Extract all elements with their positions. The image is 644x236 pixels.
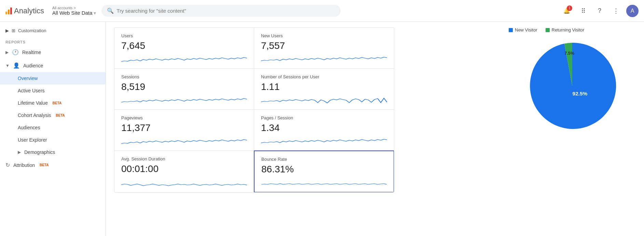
pageviews-value: 11,377 <box>121 122 247 133</box>
new-users-value: 7,557 <box>261 40 387 51</box>
legend-item-new-visitor: New Visitor <box>509 27 537 32</box>
breadcrumb-parent: All accounts > <box>52 6 96 10</box>
bounce-rate-value: 86.31% <box>261 164 387 175</box>
bounce-rate-label: Bounce Rate <box>261 157 387 162</box>
sidebar-item-realtime[interactable]: ▶ 🕐 Realtime <box>0 45 106 59</box>
logo-bars <box>5 8 12 14</box>
attribution-label: Attribution <box>13 162 35 168</box>
sessions-per-user-label: Number of Sessions per User <box>261 74 387 79</box>
pages-session-label: Pages / Session <box>261 115 387 120</box>
audience-expand-icon: ▼ <box>5 63 10 68</box>
sidebar-item-demographics[interactable]: ▶ Demographics <box>0 146 106 158</box>
lifetime-value-label: Lifetime Value <box>18 100 48 106</box>
users-value: 7,645 <box>121 40 247 51</box>
dropdown-arrow-icon[interactable]: ▾ <box>94 10 96 16</box>
app-title: Analytics <box>14 6 44 15</box>
metric-card-pageviews: Pageviews 11,377 <box>114 110 254 151</box>
realtime-label: Realtime <box>22 50 41 55</box>
metric-card-avg-session: Avg. Session Duration 00:01:00 <box>114 151 254 192</box>
sidebar-item-attribution[interactable]: ↻ Attribution BETA <box>0 158 106 172</box>
sidebar: ▶ ⊞ Customization REPORTS ▶ 🕐 Realtime ▼… <box>0 22 106 236</box>
logo-bar-1 <box>5 12 7 14</box>
help-button[interactable]: ? <box>593 5 606 17</box>
main-content: Users 7,645 New Users 7,557 <box>106 22 501 236</box>
realtime-expand-icon: ▶ <box>5 50 9 55</box>
pages-session-sparkline <box>261 136 387 146</box>
sessions-per-user-value: 1.11 <box>261 81 387 92</box>
expand-icon: ▶ <box>5 28 9 33</box>
returning-visitor-dot <box>546 28 550 32</box>
sessions-value: 8,519 <box>121 81 247 92</box>
metrics-grid: Users 7,645 New Users 7,557 <box>114 27 394 193</box>
breadcrumb: All accounts > All Web Site Data ▾ <box>52 6 96 16</box>
clock-icon: 🕐 <box>12 49 19 55</box>
returning-visitor-pct-label: 7.5% <box>564 51 574 56</box>
demographics-expand-icon: ▶ <box>18 150 21 155</box>
metric-card-users: Users 7,645 <box>114 28 254 69</box>
sidebar-item-active-users[interactable]: Active Users <box>0 84 106 97</box>
lifetime-value-beta-badge: BETA <box>53 101 61 105</box>
user-explorer-label: User Explorer <box>18 137 47 143</box>
new-visitor-label: New Visitor <box>515 27 537 32</box>
more-options-button[interactable]: ⋮ <box>610 5 622 17</box>
sidebar-item-overview[interactable]: Overview <box>0 72 106 84</box>
person-icon: 👤 <box>13 62 20 69</box>
logo-bar-3 <box>10 8 12 14</box>
metric-card-pages-session: Pages / Session 1.34 <box>254 110 394 151</box>
pie-chart-container: 92.5% 7.5% <box>509 38 636 134</box>
sidebar-item-cohort-analysis[interactable]: Cohort Analysis BETA <box>0 109 106 121</box>
header-actions: 🔔 1 ⠿ ? ⋮ A <box>561 5 639 17</box>
avg-session-value: 00:01:00 <box>121 163 247 174</box>
pageviews-label: Pageviews <box>121 115 247 120</box>
sidebar-item-audiences[interactable]: Audiences <box>0 121 106 134</box>
logo: Analytics <box>5 6 44 15</box>
new-visitor-pct-label: 92.5% <box>573 91 588 96</box>
returning-visitor-label: Returning Visitor <box>552 27 585 32</box>
audience-label: Audience <box>23 63 43 68</box>
metric-card-bounce-rate: Bounce Rate 86.31% <box>254 150 394 193</box>
bounce-rate-sparkline <box>261 178 387 188</box>
reports-section-label: REPORTS <box>0 37 106 45</box>
metric-card-sessions: Sessions 8,519 <box>114 69 254 110</box>
sidebar-item-customization[interactable]: ▶ ⊞ Customization <box>0 25 106 37</box>
audiences-label: Audiences <box>18 125 40 130</box>
pages-session-value: 1.34 <box>261 122 387 133</box>
account-name-label: All Web Site Data <box>52 10 92 16</box>
sessions-per-user-sparkline <box>261 95 387 105</box>
notification-badge: 1 <box>567 5 572 11</box>
new-users-sparkline <box>261 54 387 64</box>
sidebar-item-lifetime-value[interactable]: Lifetime Value BETA <box>0 97 106 109</box>
logo-bar-2 <box>8 10 10 14</box>
active-users-label: Active Users <box>18 88 45 93</box>
new-users-label: New Users <box>261 33 387 38</box>
metric-card-sessions-per-user: Number of Sessions per User 1.11 <box>254 69 394 110</box>
sidebar-item-audience[interactable]: ▼ 👤 Audience <box>0 59 106 72</box>
users-sparkline <box>121 54 247 64</box>
search-input[interactable] <box>117 8 335 14</box>
metric-card-new-users: New Users 7,557 <box>254 28 394 69</box>
search-icon: 🔍 <box>107 8 114 14</box>
pie-chart: 92.5% 7.5% <box>524 38 620 134</box>
avg-session-sparkline <box>121 177 247 187</box>
main-layout: ▶ ⊞ Customization REPORTS ▶ 🕐 Realtime ▼… <box>0 22 644 236</box>
search-bar[interactable]: 🔍 <box>101 5 341 17</box>
new-visitor-dot <box>509 28 513 32</box>
breadcrumb-current[interactable]: All Web Site Data ▾ <box>52 10 96 16</box>
chart-legend: New Visitor Returning Visitor <box>509 27 636 32</box>
users-label: Users <box>121 33 247 38</box>
legend-item-returning-visitor: Returning Visitor <box>546 27 585 32</box>
cohort-analysis-label: Cohort Analysis <box>18 113 51 118</box>
apps-button[interactable]: ⠿ <box>577 5 589 17</box>
sessions-sparkline <box>121 95 247 105</box>
demographics-label: Demographics <box>24 149 55 155</box>
notifications-button[interactable]: 🔔 1 <box>561 5 573 17</box>
loop-icon: ↻ <box>5 162 10 168</box>
customization-label: Customization <box>18 28 46 33</box>
avatar[interactable]: A <box>626 5 639 17</box>
grid-icon: ⊞ <box>12 28 15 33</box>
app-header: Analytics All accounts > All Web Site Da… <box>0 0 644 22</box>
avg-session-label: Avg. Session Duration <box>121 156 247 161</box>
right-panel: New Visitor Returning Visitor 92.5% 7. <box>501 22 644 236</box>
overview-label: Overview <box>18 76 38 81</box>
sidebar-item-user-explorer[interactable]: User Explorer <box>0 134 106 146</box>
